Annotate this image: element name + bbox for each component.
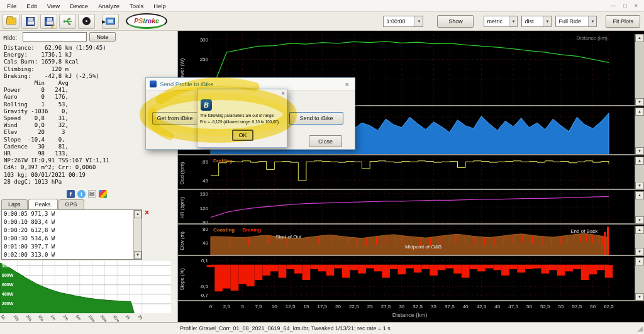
dialog-close-icon[interactable]: ×: [343, 81, 351, 88]
show-button[interactable]: Show: [437, 15, 474, 28]
peak-row[interactable]: 0:00:20 612,8 W: [2, 226, 142, 235]
panel-scrollbar[interactable]: ▲▼: [635, 157, 644, 190]
resize-grip[interactable]: ◢: [638, 325, 643, 333]
peak-row[interactable]: 0:01:00 397,7 W: [2, 243, 142, 251]
scroll-down-icon[interactable]: ▼: [635, 98, 644, 106]
pd-x-label: 1h: [125, 314, 131, 320]
menu-file[interactable]: File: [2, 1, 21, 11]
menu-view[interactable]: View: [42, 1, 65, 11]
peaks-scrollbar[interactable]: ▲▼: [133, 210, 142, 259]
scroll-down-icon[interactable]: ▼: [635, 216, 644, 225]
tab-gps[interactable]: GPS: [58, 199, 84, 209]
svg-text:-0,7: -0,7: [199, 292, 208, 298]
x-tick-label: 62,5: [604, 304, 614, 309]
svg-text:40: 40: [203, 240, 208, 246]
minimize-icon[interactable]: —: [610, 3, 616, 9]
google-share-icon[interactable]: [99, 190, 107, 198]
menu-help[interactable]: Help: [148, 1, 171, 11]
open-file-button[interactable]: [3, 14, 19, 29]
svg-text:HR (bpm): HR (bpm): [179, 197, 185, 219]
peak-row[interactable]: 0:00:30 534,6 W: [2, 235, 142, 243]
interval-select[interactable]: 1:00:00 ▼: [383, 16, 423, 27]
scroll-up-icon[interactable]: ▲: [635, 257, 644, 265]
x-tick-label: 52,5: [540, 304, 550, 309]
scroll-down-icon[interactable]: ▼: [635, 248, 644, 256]
units-select[interactable]: metric ▼: [484, 16, 518, 27]
email-icon[interactable]: ✉: [88, 190, 96, 198]
ibike-logo-icon: B: [201, 99, 212, 111]
svg-text:200W: 200W: [2, 301, 14, 306]
stats-line: 28 degC; 1013 hPa: [4, 179, 109, 186]
ride-label: Ride:: [3, 34, 17, 41]
fit-plots-button[interactable]: Fit Plots: [606, 15, 640, 28]
scroll-up-icon[interactable]: ▲: [635, 191, 644, 199]
stats-line: Energy: 1736,1 kJ: [4, 52, 109, 58]
ok-button[interactable]: OK: [232, 130, 253, 141]
peaks-list[interactable]: 0:00:05 971,3 W0:00:10 803,4 W0:00:20 61…: [1, 209, 142, 260]
send-to-ibike-button[interactable]: Send to iBike: [289, 112, 343, 125]
menu-device[interactable]: Device: [65, 1, 93, 11]
tab-peaks[interactable]: Peaks: [28, 199, 58, 209]
maximize-icon[interactable]: □: [623, 3, 626, 9]
svg-text:Start of Out: Start of Out: [275, 234, 302, 240]
x-tick-label: 25: [367, 304, 373, 309]
menu-edit[interactable]: Edit: [21, 1, 42, 11]
download-ride-button[interactable]: [102, 14, 119, 29]
svg-text:-0,5: -0,5: [199, 284, 208, 289]
device-button[interactable]: [78, 14, 95, 29]
stats-line: Speed 0,8 31,: [4, 115, 109, 122]
ride-input[interactable]: [23, 32, 87, 42]
svg-text:150: 150: [200, 191, 209, 197]
mode-select[interactable]: dist ▼: [521, 16, 552, 27]
panel-scrollbar[interactable]: ▲▼: [635, 34, 644, 106]
get-from-ibike-button[interactable]: Get from iBike: [152, 112, 197, 125]
chart-panel-elevation[interactable]: 8040Elev (m)CoastingBrakingStart of OutM…: [178, 226, 644, 256]
peak-row[interactable]: 0:02:00 313,0 W: [2, 251, 142, 259]
svg-text:85: 85: [203, 159, 208, 165]
scroll-down-icon[interactable]: ▼: [134, 251, 142, 259]
close-icon[interactable]: ×: [635, 3, 638, 9]
x-tick-label: 0: [209, 304, 212, 309]
svg-text:Slope (%): Slope (%): [179, 268, 185, 290]
x-tick-label: 57,5: [572, 304, 582, 309]
pd-x-label: 45s: [38, 314, 45, 322]
scroll-down-icon[interactable]: ▼: [635, 182, 644, 190]
svg-text:End of Back: End of Back: [570, 228, 598, 234]
panel-scrollbar[interactable]: ▲▼: [635, 226, 644, 256]
sidebar-tabs: LapsPeaksGPS: [1, 199, 85, 209]
peak-row[interactable]: 0:00:10 803,4 W: [2, 218, 142, 226]
scroll-up-icon[interactable]: ▲: [134, 210, 142, 218]
dialog-close-button[interactable]: Close: [309, 135, 342, 147]
save-as-button[interactable]: [40, 14, 57, 29]
svg-text:Drafting: Drafting: [213, 158, 233, 164]
chart-panel-cadence[interactable]: 8545Cad (rpm)Drafting▲▼: [178, 157, 644, 190]
chart-panel-hr[interactable]: 15012090HR (bpm)▲▼: [178, 191, 644, 225]
menu-analyze[interactable]: Analyze: [93, 1, 125, 11]
scroll-up-icon[interactable]: ▲: [635, 226, 644, 234]
facebook-icon[interactable]: f: [67, 190, 75, 198]
panel-scrollbar[interactable]: ▲▼: [635, 191, 644, 225]
twitter-icon[interactable]: t: [77, 190, 86, 198]
svg-text:1000W: 1000W: [2, 264, 16, 268]
panel-scrollbar[interactable]: ▲▼: [635, 257, 644, 301]
scroll-up-icon[interactable]: ▲: [635, 157, 644, 165]
scroll-down-icon[interactable]: ▼: [635, 293, 644, 301]
save-button[interactable]: [21, 14, 38, 29]
note-button[interactable]: Note: [89, 32, 116, 42]
usb-connect-button[interactable]: [59, 14, 76, 29]
peak-row[interactable]: 0:00:05 971,3 W: [2, 210, 142, 218]
chart-panel-slope[interactable]: 0,1-0,5-0,7Slope (%)▲▼: [178, 257, 644, 301]
scroll-up-icon[interactable]: ▲: [635, 108, 644, 116]
scroll-up-icon[interactable]: ▲: [635, 34, 644, 42]
monitor-arrow-icon: [106, 18, 115, 25]
range-select[interactable]: Full Ride ▼: [555, 16, 597, 27]
delete-peak-icon[interactable]: ×: [145, 209, 149, 216]
svg-text:120: 120: [200, 206, 209, 211]
menu-tools[interactable]: Tools: [125, 1, 148, 11]
x-tick-label: 17,5: [317, 304, 327, 309]
window-controls: —□×: [610, 3, 644, 9]
msgbox-close-icon[interactable]: ×: [281, 90, 285, 97]
panel-scrollbar[interactable]: ▲▼: [635, 108, 644, 155]
scroll-down-icon[interactable]: ▼: [635, 147, 644, 155]
tab-laps[interactable]: Laps: [1, 199, 28, 209]
